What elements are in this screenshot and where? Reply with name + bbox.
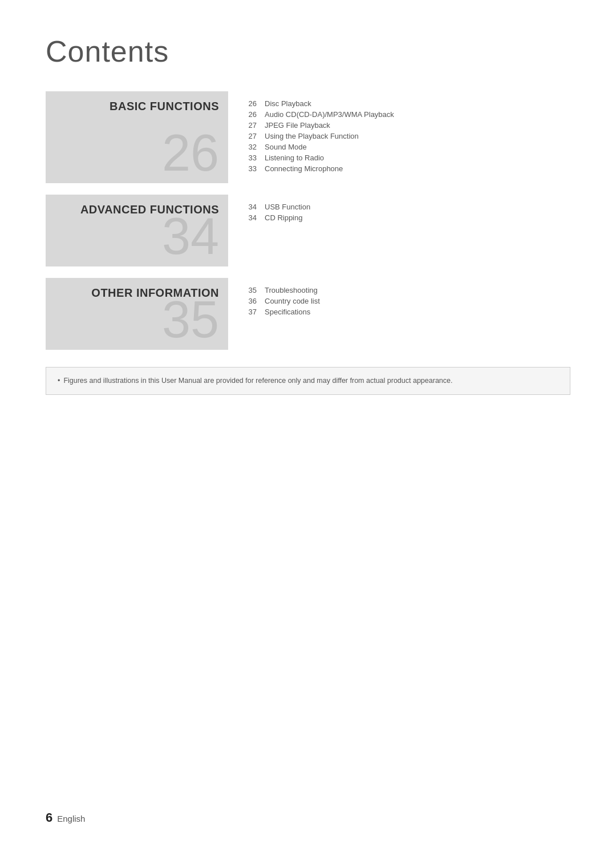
table-row: 33Connecting Microphone	[240, 164, 394, 173]
section-title-basic-functions: BASIC FUNCTIONS	[110, 99, 219, 113]
entry-text: JPEG File Playback	[265, 121, 330, 130]
section-number-advanced-functions: 34	[162, 211, 219, 262]
table-row: 37Specifications	[240, 308, 320, 316]
entry-page-number: 32	[240, 143, 257, 151]
entry-page-number: 37	[240, 308, 257, 316]
section-entries-advanced-functions: 34USB Function34CD Ripping	[228, 195, 322, 266]
section-number-basic-functions: 26	[162, 127, 219, 179]
toc-section-other-information: OTHER INFORMATION3535Troubleshooting36Co…	[46, 278, 570, 350]
entry-text: CD Ripping	[265, 213, 302, 222]
entry-page-number: 27	[240, 121, 257, 130]
table-row: 27Using the Playback Function	[240, 132, 394, 140]
footer-language: 6 English	[46, 810, 85, 825]
entry-text: Sound Mode	[265, 143, 307, 151]
entry-text: Country code list	[265, 297, 320, 305]
notice-text: Figures and illustrations in this User M…	[63, 377, 452, 385]
entry-page-number: 26	[240, 99, 257, 108]
entry-page-number: 34	[240, 213, 257, 222]
page-title: Contents	[46, 34, 570, 68]
footer-language-text: English	[57, 814, 85, 823]
entry-page-number: 26	[240, 110, 257, 119]
table-row: 34USB Function	[240, 203, 310, 211]
section-label-box-basic-functions: BASIC FUNCTIONS26	[46, 91, 228, 183]
entry-text: Disc Playback	[265, 99, 311, 108]
entry-page-number: 36	[240, 297, 257, 305]
footer-page-number: 6	[46, 810, 52, 825]
entry-text: Listening to Radio	[265, 154, 324, 162]
section-entries-other-information: 35Troubleshooting36Country code list37Sp…	[228, 278, 331, 350]
entry-page-number: 33	[240, 164, 257, 173]
entry-text: Using the Playback Function	[265, 132, 359, 140]
table-row: 27JPEG File Playback	[240, 121, 394, 130]
section-label-box-advanced-functions: ADVANCED FUNCTIONS34	[46, 195, 228, 266]
entry-page-number: 35	[240, 286, 257, 294]
table-row: 26Disc Playback	[240, 99, 394, 108]
section-label-box-other-information: OTHER INFORMATION35	[46, 278, 228, 350]
entry-text: Specifications	[265, 308, 310, 316]
page-container: Contents BASIC FUNCTIONS2626Disc Playbac…	[0, 0, 616, 429]
table-row: 35Troubleshooting	[240, 286, 320, 294]
toc-sections: BASIC FUNCTIONS2626Disc Playback26Audio …	[46, 91, 570, 350]
section-number-other-information: 35	[162, 294, 219, 345]
table-row: 26Audio CD(CD-DA)/MP3/WMA Playback	[240, 110, 394, 119]
table-row: 32Sound Mode	[240, 143, 394, 151]
entry-page-number: 34	[240, 203, 257, 211]
entry-text: Troubleshooting	[265, 286, 318, 294]
table-row: 34CD Ripping	[240, 213, 310, 222]
table-row: 36Country code list	[240, 297, 320, 305]
notice-box: •Figures and illustrations in this User …	[46, 367, 570, 395]
toc-section-basic-functions: BASIC FUNCTIONS2626Disc Playback26Audio …	[46, 91, 570, 183]
entry-text: USB Function	[265, 203, 310, 211]
notice-bullet: •	[58, 377, 60, 385]
entry-page-number: 27	[240, 132, 257, 140]
entry-text: Connecting Microphone	[265, 164, 343, 173]
section-entries-basic-functions: 26Disc Playback26Audio CD(CD-DA)/MP3/WMA…	[228, 91, 406, 183]
entry-text: Audio CD(CD-DA)/MP3/WMA Playback	[265, 110, 394, 119]
toc-section-advanced-functions: ADVANCED FUNCTIONS3434USB Function34CD R…	[46, 195, 570, 266]
table-row: 33Listening to Radio	[240, 154, 394, 162]
entry-page-number: 33	[240, 154, 257, 162]
